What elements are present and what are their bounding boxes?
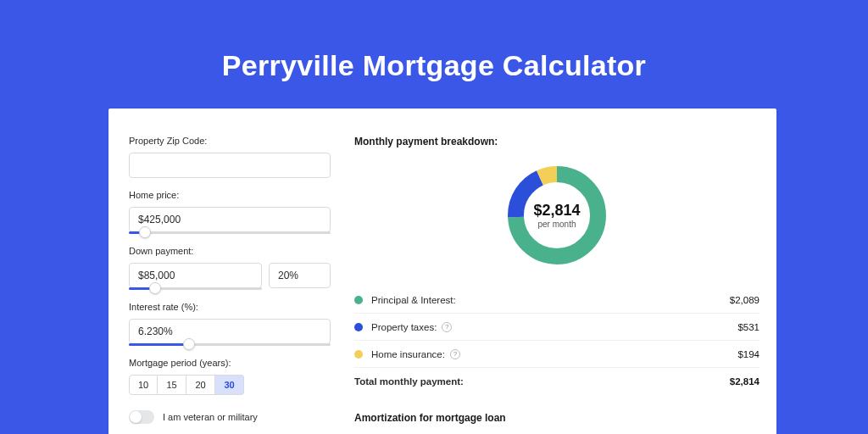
home-price-slider[interactable] — [129, 231, 331, 234]
down-payment-label: Down payment: — [129, 246, 346, 256]
home-price-label: Home price: — [129, 190, 346, 200]
legend-value: $2,089 — [730, 295, 760, 305]
slider-fill — [129, 343, 189, 346]
info-icon[interactable]: ? — [442, 322, 452, 332]
home-price-group: Home price: — [129, 190, 346, 234]
legend-value: $194 — [737, 349, 760, 359]
legend-dot — [354, 323, 363, 331]
veteran-toggle[interactable] — [129, 410, 154, 424]
legend-row: Home insurance:?$194 — [354, 341, 760, 368]
legend-label: Principal & Interest: — [371, 295, 456, 305]
down-payment-amount-input[interactable] — [129, 263, 262, 288]
breakdown-panel: Monthly payment breakdown: $2,814 per mo… — [346, 108, 776, 434]
amortization-heading: Amortization for mortgage loan — [354, 412, 760, 424]
legend-label: Property taxes: — [371, 322, 437, 332]
legend-dot — [354, 296, 363, 304]
zip-label: Property Zip Code: — [129, 136, 346, 146]
slider-thumb[interactable] — [183, 338, 195, 350]
interest-group: Interest rate (%): — [129, 302, 346, 346]
legend-row: Property taxes:?$531 — [354, 314, 760, 341]
period-group: Mortgage period (years): 10152030 — [129, 358, 346, 395]
calculator-card: Property Zip Code: Home price: Down paym… — [108, 108, 776, 434]
slider-thumb[interactable] — [139, 226, 151, 238]
form-panel: Property Zip Code: Home price: Down paym… — [108, 108, 346, 434]
legend-row: Principal & Interest:$2,089 — [354, 287, 760, 314]
home-price-input[interactable] — [129, 207, 331, 232]
toggle-knob — [130, 411, 142, 423]
interest-input[interactable] — [129, 319, 331, 344]
page-root: Perryville Mortgage Calculator Property … — [0, 0, 868, 434]
legend-dot — [354, 350, 363, 359]
info-icon[interactable]: ? — [450, 349, 460, 359]
legend: Principal & Interest:$2,089Property taxe… — [354, 287, 760, 395]
slider-thumb[interactable] — [149, 282, 161, 294]
interest-label: Interest rate (%): — [129, 302, 346, 312]
donut-center: $2,814 per month — [503, 161, 611, 270]
period-option-30[interactable]: 30 — [215, 375, 244, 395]
period-options: 10152030 — [129, 375, 346, 395]
down-payment-group: Down payment: — [129, 246, 346, 290]
period-option-10[interactable]: 10 — [129, 375, 158, 395]
down-payment-percent-input[interactable] — [269, 263, 331, 288]
veteran-row: I am veteran or military — [129, 410, 346, 424]
donut-chart: $2,814 per month — [503, 161, 611, 270]
breakdown-heading: Monthly payment breakdown: — [354, 136, 760, 147]
donut-amount: $2,814 — [533, 202, 580, 220]
donut-wrap: $2,814 per month — [354, 161, 760, 270]
legend-total-row: Total monthly payment:$2,814 — [354, 368, 760, 395]
zip-input[interactable] — [129, 153, 331, 178]
down-payment-slider[interactable] — [129, 287, 262, 290]
legend-label: Home insurance: — [371, 349, 445, 359]
down-payment-row — [129, 263, 346, 288]
zip-group: Property Zip Code: — [129, 136, 346, 178]
amortization-section: Amortization for mortgage loan Amortizat… — [354, 412, 760, 434]
page-title: Perryville Mortgage Calculator — [0, 0, 868, 82]
donut-sub: per month — [537, 220, 576, 229]
period-label: Mortgage period (years): — [129, 358, 346, 368]
period-option-15[interactable]: 15 — [158, 375, 186, 395]
legend-total-label: Total monthly payment: — [354, 376, 464, 387]
legend-value: $531 — [737, 322, 760, 332]
period-option-20[interactable]: 20 — [186, 375, 215, 395]
interest-slider[interactable] — [129, 343, 331, 346]
legend-total-value: $2,814 — [730, 376, 760, 387]
veteran-label: I am veteran or military — [163, 412, 258, 422]
